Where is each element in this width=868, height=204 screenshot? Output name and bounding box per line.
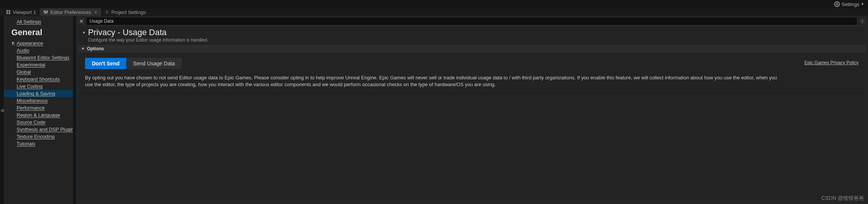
top-bar: Settings ▼ (0, 0, 868, 8)
sidebar-item-global[interactable]: Global (4, 68, 75, 76)
sidebar-item-label: Audio (17, 48, 29, 53)
section-header-options[interactable]: ▼ Options (78, 45, 865, 53)
dont-send-button[interactable]: Don't Send (85, 58, 126, 69)
tab-label: Project Settings (111, 9, 146, 15)
svg-rect-1 (6, 10, 8, 12)
sidebar-item-label: Texture Encoding (17, 134, 54, 139)
sidebar-item-label: Keyboard Shortcuts (17, 76, 60, 82)
privacy-policy-link[interactable]: Epic Games Privacy Policy (805, 60, 859, 65)
gear-icon (860, 19, 865, 24)
sidebar-item-synthesis-and-dsp-plugin[interactable]: Synthesis and DSP Plugin (4, 126, 75, 133)
sidebar-item-keyboard-shortcuts[interactable]: Keyboard Shortcuts (4, 76, 75, 83)
settings-label: Settings (842, 2, 859, 7)
tab-label: Viewport 1 (13, 9, 36, 15)
sidebar-item-texture-encoding[interactable]: Texture Encoding (4, 133, 75, 140)
sidebar-item-loading-saving[interactable]: Loading & Saving (4, 90, 75, 97)
sidebar-all-settings[interactable]: All Settings (4, 16, 75, 26)
svg-point-9 (45, 12, 46, 13)
svg-point-8 (44, 11, 45, 12)
sidebar-item-miscellaneous[interactable]: Miscellaneous (4, 97, 75, 104)
grid-icon (6, 10, 11, 14)
settings-content: ▼ Privacy - Usage Data Configure the way… (78, 26, 866, 202)
section-caret-icon: ▼ (81, 47, 85, 51)
usage-data-description: By opting out you have chosen to not sen… (85, 74, 780, 88)
sidebar-item-live-coding[interactable]: Live Coding (4, 83, 75, 90)
sidebar-item-label: Live Coding (17, 83, 43, 89)
sidebar-item-label: Appearance (17, 40, 43, 46)
expander-icon[interactable]: ▶ (12, 41, 15, 45)
tab-project-settings[interactable]: Project Settings (101, 8, 150, 16)
sidebar-item-label: Global (17, 69, 31, 75)
sidebar-item-performance[interactable]: Performance (4, 104, 75, 111)
svg-rect-2 (9, 10, 11, 12)
page-subtitle: Configure the way your Editor usage info… (78, 37, 865, 45)
close-icon[interactable]: ✕ (94, 10, 97, 14)
sidebar-item-label: Experimental (17, 62, 45, 68)
send-usage-data-button[interactable]: Send Usage Data (126, 58, 182, 69)
section-label: Options (87, 46, 104, 51)
sidebar-scrollbar[interactable] (73, 16, 75, 204)
clear-search-button[interactable]: ✕ (78, 18, 85, 25)
sidebar-item-appearance[interactable]: ▶Appearance (4, 40, 75, 47)
sidebar-item-label: Synthesis and DSP Plugin (17, 127, 74, 132)
sidebar-item-label: Region & Language (17, 112, 60, 118)
settings-dropdown[interactable]: Settings ▼ (834, 1, 864, 7)
gear-icon (834, 1, 840, 7)
sidebar: All Settings General ▶AppearanceAudioBlu… (4, 16, 76, 204)
search-input[interactable] (87, 18, 857, 25)
collapse-caret-icon[interactable]: ▼ (82, 31, 86, 35)
sidebar-group-heading: General (4, 26, 75, 40)
tab-viewport[interactable]: Viewport 1 (2, 8, 40, 16)
svg-point-11 (106, 12, 107, 13)
watermark: CSDN @惜惜爸爸 (821, 195, 864, 202)
sidebar-item-source-code[interactable]: Source Code (4, 119, 75, 126)
tab-editor-preferences[interactable]: Editor Preferences ✕ (40, 8, 101, 16)
sidebar-item-experimental[interactable]: Experimental (4, 61, 75, 68)
dock-handle[interactable]: ◀ (0, 16, 4, 204)
sidebar-item-label: Miscellaneous (17, 98, 48, 104)
gear-icon (105, 10, 109, 14)
sidebar-item-region-language[interactable]: Region & Language (4, 111, 75, 119)
tab-label: Editor Preferences (50, 9, 91, 15)
svg-point-12 (862, 20, 863, 22)
sidebar-item-tutorials[interactable]: Tutorials (4, 140, 75, 147)
tab-bar: Viewport 1 Editor Preferences ✕ Project … (0, 8, 868, 16)
search-settings-button[interactable] (859, 18, 866, 25)
sidebar-item-label: Loading & Saving (17, 91, 55, 96)
svg-point-10 (47, 11, 48, 12)
sidebar-item-audio[interactable]: Audio (4, 47, 75, 54)
sidebar-item-blueprint-editor-settings[interactable]: Blueprint Editor Settings (4, 54, 75, 61)
sidebar-item-label: Source Code (17, 119, 45, 125)
svg-rect-4 (9, 12, 11, 14)
sliders-icon (43, 10, 48, 14)
sidebar-item-label: Performance (17, 105, 45, 111)
page-title: Privacy - Usage Data (88, 28, 167, 37)
svg-rect-3 (6, 12, 8, 14)
sidebar-item-label: Blueprint Editor Settings (17, 55, 69, 60)
main-panel: ✕ ▼ Privacy - Usage Data Configure the w… (76, 16, 868, 204)
svg-point-0 (836, 3, 838, 5)
sidebar-item-label: Tutorials (17, 141, 35, 147)
chevron-down-icon: ▼ (861, 2, 864, 6)
